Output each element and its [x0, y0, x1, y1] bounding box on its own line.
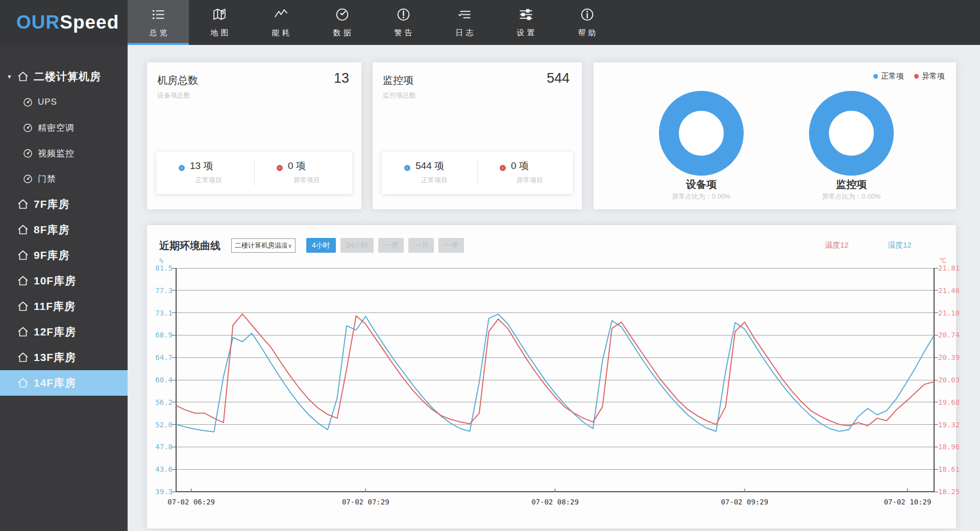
sidebar-item-13F库房[interactable]: ▼13F库房: [0, 345, 128, 370]
right-axis-tick: 20.74: [938, 330, 969, 340]
left-axis-tick: 60.4: [142, 375, 173, 384]
left-axis-tick: 77.3: [142, 286, 173, 295]
left-axis-tick: 64.7: [142, 353, 173, 362]
help-icon: [579, 0, 595, 25]
line-chart-plot: [176, 268, 934, 492]
sidebar-item-label: 7F库房: [34, 197, 70, 211]
right-axis-tick: 18.25: [938, 487, 969, 496]
environment-curve-card: 近期环境曲线 二楼计算机房温湿环 ∨ 4小时24小时一周一月一年 温度12 湿度…: [147, 225, 956, 528]
abnormal-stat-label: 异常项目: [293, 176, 352, 185]
line-chart-svg: [176, 268, 934, 492]
range-button-4小时[interactable]: 4小时: [306, 238, 336, 253]
sidebar-item-9F库房[interactable]: ▼9F库房: [0, 243, 128, 268]
machine-room-stat-box: 13 项 正常项目 0 项 异常项目: [156, 152, 352, 194]
nav-tab-2[interactable]: 地图: [189, 0, 250, 45]
caret-down-icon[interactable]: ▼: [7, 74, 15, 80]
sidebar-item-11F库房[interactable]: ▼11F库房: [0, 294, 128, 319]
sidebar-item-12F库房[interactable]: ▼12F库房: [0, 319, 128, 345]
range-button-一周[interactable]: 一周: [378, 238, 404, 253]
brand-logo: OURSpeed: [16, 0, 119, 45]
sidebar-item-7F库房[interactable]: ▼7F库房: [0, 191, 128, 217]
x-axis-tick: 07-02 07:29: [335, 498, 396, 506]
sidebar-item-label: 14F库房: [34, 376, 76, 390]
chevron-down-icon: ∨: [288, 243, 292, 249]
sidebar-item-8F库房[interactable]: ▼8F库房: [0, 217, 128, 243]
main-nav: 总览地图能耗数据警告日志设置帮助: [128, 0, 618, 45]
dashboard-root: OURSpeed 总览地图能耗数据警告日志设置帮助 root 2019-07-0…: [0, 0, 980, 531]
sidebar-item-二楼计算机房[interactable]: ▼二楼计算机房: [0, 64, 128, 89]
range-button-24小时[interactable]: 24小时: [340, 238, 374, 253]
abnormal-stat-value: 0 项: [511, 160, 529, 171]
donut-legend-item-异常项[interactable]: 异常项: [914, 71, 945, 81]
range-button-一月[interactable]: 一月: [408, 238, 434, 253]
sidebar-item-10F库房[interactable]: ▼10F库房: [0, 268, 128, 294]
monitor-donut-ratio: 异常占比为：0.00%: [795, 192, 908, 201]
abnormal-stat-label: 异常项目: [517, 176, 573, 185]
abnormal-stat-value: 0 项: [288, 160, 306, 171]
nav-tab-4[interactable]: 数据: [311, 0, 373, 45]
alert-icon: [396, 0, 411, 25]
device-donut-ratio: 异常占比为：0.00%: [645, 192, 757, 201]
monitor-total: 544: [547, 70, 570, 86]
chart-title: 近期环境曲线: [159, 239, 220, 253]
brand-logo-part1: OUR: [16, 12, 60, 33]
donut-legend: 正常项异常项: [873, 71, 945, 81]
donut-legend-item-正常项[interactable]: 正常项: [873, 71, 904, 81]
nav-tab-label: 日志: [453, 28, 476, 38]
sidebar-tree: ▼二楼计算机房UPS精密空调视频监控门禁▼7F库房▼8F库房▼9F库房▼10F库…: [0, 45, 128, 531]
sidebar-item-label: 13F库房: [34, 350, 76, 365]
monitor-subtitle: 监控项总数: [383, 91, 416, 100]
room-curve-select[interactable]: 二楼计算机房温湿环 ∨: [231, 238, 296, 253]
normal-ring-icon: [179, 165, 185, 171]
sidebar-item-视频监控[interactable]: 视频监控: [0, 140, 128, 166]
legend-label: 异常项: [922, 71, 945, 81]
monitor-donut-chart: [809, 91, 894, 176]
energy-icon: [273, 0, 289, 25]
time-range-buttons: 4小时24小时一周一月一年: [306, 238, 464, 253]
x-axis-tick: 07-02 10:29: [877, 498, 938, 506]
sidebar-item-label: 11F库房: [34, 299, 76, 313]
device-donut-label: 设备项: [659, 178, 744, 191]
brand-logo-part2: Speed: [60, 12, 119, 33]
abnormal-ring-icon: [277, 165, 283, 171]
right-axis-tick: 21.10: [938, 308, 969, 318]
home-icon: [15, 300, 29, 312]
nav-tab-3[interactable]: 能耗: [250, 0, 311, 45]
range-button-一年[interactable]: 一年: [438, 238, 464, 253]
right-axis-tick: 20.39: [938, 353, 969, 362]
nav-tab-label: 数据: [331, 28, 354, 38]
home-icon: [15, 326, 29, 338]
gauge-icon: [0, 97, 33, 108]
home-icon: [15, 249, 29, 261]
machine-room-total: 13: [334, 70, 349, 86]
gauge-icon: [0, 123, 33, 133]
humidity-legend-toggle[interactable]: 湿度12: [888, 240, 912, 250]
donut-card: 正常项异常项 设备项 异常占比为：0.00% 监控项 异常占比为：0.00%: [594, 62, 956, 209]
home-icon: [15, 70, 29, 83]
nav-tab-8[interactable]: 帮助: [556, 0, 618, 45]
sidebar-item-label: 8F库房: [34, 223, 70, 237]
home-icon: [15, 377, 29, 389]
log-icon: [457, 0, 473, 25]
nav-tab-7[interactable]: 设置: [495, 0, 556, 45]
sidebar-item-门禁[interactable]: 门禁: [0, 166, 128, 191]
nav-tab-1[interactable]: 总览: [128, 0, 189, 45]
nav-tab-5[interactable]: 警告: [373, 0, 434, 45]
top-bar: OURSpeed 总览地图能耗数据警告日志设置帮助 root 2019-07-0…: [0, 0, 980, 45]
right-axis-tick: 18.61: [938, 465, 969, 474]
nav-tab-6[interactable]: 日志: [434, 0, 495, 45]
normal-stat-label: 正常项目: [195, 176, 254, 185]
left-axis-tick: 56.2: [142, 398, 173, 407]
sidebar-item-label: 精密空调: [38, 122, 75, 134]
sidebar-item-UPS[interactable]: UPS: [0, 89, 128, 115]
gauge-icon: [0, 148, 33, 159]
series-line-温度: [176, 314, 934, 426]
temperature-legend-toggle[interactable]: 温度12: [825, 240, 849, 250]
left-axis-tick: 73.1: [142, 308, 173, 318]
x-axis-tick: 07-02 08:29: [525, 498, 586, 506]
overview-icon: [151, 0, 166, 25]
monitor-stat-box: 544 项 正常项目 0 项 异常项目: [382, 152, 573, 194]
monitor-card: 监控项 544 监控项总数 544 项 正常项目 0 项 异常项目: [373, 62, 582, 209]
sidebar-item-精密空调[interactable]: 精密空调: [0, 115, 128, 140]
sidebar-item-14F库房[interactable]: ▼14F库房: [0, 370, 128, 396]
